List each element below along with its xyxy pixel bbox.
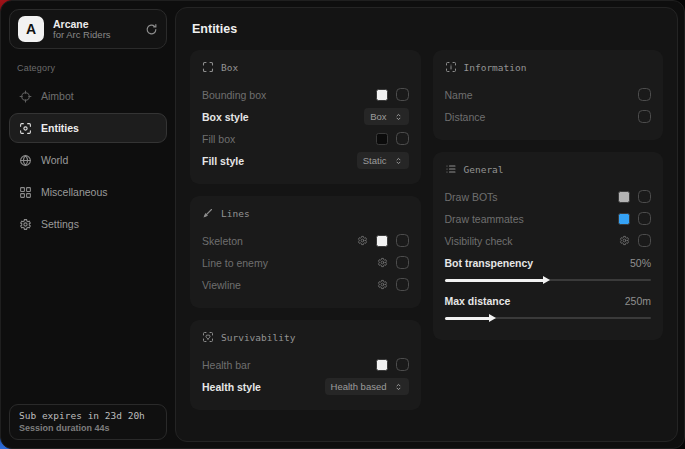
setting-label: Visibility check: [445, 235, 513, 247]
setting-label: Viewline: [202, 279, 241, 291]
dropdown-value: Health based: [331, 381, 387, 392]
panel-survivability: Survivability Health bar: [190, 320, 421, 410]
list-icon: [445, 163, 457, 175]
entities-scan-icon: [19, 122, 32, 135]
color-swatch[interactable]: [376, 133, 388, 145]
setting-label: Draw BOTs: [445, 191, 498, 203]
sidebar: A Arcane for Arc Riders Category: [1, 1, 175, 448]
setting-row-line-to-enemy: Line to enemy: [202, 252, 409, 273]
panel-title: Survivability: [221, 332, 295, 343]
category-label: Category: [17, 63, 167, 73]
sub-expiry-text: Sub expires in 23d 20h: [19, 410, 157, 421]
panel-title: General: [464, 164, 504, 175]
panel-information: Information Name Distance: [433, 50, 664, 140]
setting-row-health-bar: Health bar: [202, 354, 409, 375]
checkbox[interactable]: [638, 234, 651, 247]
info-scan-icon: [445, 61, 457, 73]
fill-style-dropdown[interactable]: Static: [357, 152, 409, 169]
row-gear-icon[interactable]: [377, 279, 388, 290]
left-column: Box Bounding box Box styl: [190, 50, 421, 410]
panel-title: Information: [464, 62, 527, 73]
session-duration-text: Session duration 44s: [19, 423, 157, 433]
line-icon: [202, 207, 214, 219]
checkbox[interactable]: [396, 88, 409, 101]
checkbox[interactable]: [396, 132, 409, 145]
sidebar-item-entities[interactable]: Entities: [9, 113, 167, 143]
overlay-window: A Arcane for Arc Riders Category: [0, 0, 685, 449]
setting-row-skeleton: Skeleton: [202, 230, 409, 251]
sidebar-item-label: Aimbot: [41, 90, 74, 102]
brackets-icon: [202, 61, 214, 73]
setting-row-viewline: Viewline: [202, 274, 409, 295]
sidebar-item-label: Settings: [41, 218, 79, 230]
modules-icon: [19, 186, 32, 199]
panel-general: General Draw BOTs Draw te: [433, 152, 664, 340]
color-swatch[interactable]: [376, 359, 388, 371]
setting-label: Bounding box: [202, 89, 266, 101]
slider-value: 250m: [625, 295, 651, 307]
row-gear-icon[interactable]: [619, 235, 630, 246]
checkbox[interactable]: [396, 278, 409, 291]
setting-row-max-distance: Max distance 250m: [445, 290, 652, 311]
checkbox[interactable]: [638, 212, 651, 225]
panel-title: Lines: [221, 208, 250, 219]
subscription-card: Sub expires in 23d 20h Session duration …: [9, 404, 167, 440]
checkbox[interactable]: [396, 358, 409, 371]
color-swatch[interactable]: [618, 191, 630, 203]
color-swatch[interactable]: [376, 89, 388, 101]
heart-scan-icon: [202, 331, 214, 343]
sidebar-nav: Aimbot Entities: [9, 81, 167, 239]
setting-label: Fill box: [202, 133, 235, 145]
checkbox[interactable]: [638, 88, 651, 101]
chevron-updown-icon: [394, 112, 403, 122]
sidebar-item-settings[interactable]: Settings: [9, 209, 167, 239]
color-swatch[interactable]: [618, 213, 630, 225]
brand-text: Arcane for Arc Riders: [53, 18, 136, 41]
app-subtitle: for Arc Riders: [53, 30, 136, 41]
box-style-dropdown[interactable]: Box: [364, 108, 408, 125]
crosshair-icon: [19, 90, 32, 103]
setting-label: Skeleton: [202, 235, 243, 247]
health-style-dropdown[interactable]: Health based: [325, 378, 409, 395]
checkbox[interactable]: [396, 234, 409, 247]
sidebar-item-miscellaneous[interactable]: Miscellaneous: [9, 177, 167, 207]
sync-icon[interactable]: [145, 23, 158, 36]
chevron-updown-icon: [394, 156, 403, 166]
main-content: Entities Box: [175, 7, 678, 442]
checkbox[interactable]: [638, 190, 651, 203]
sidebar-item-label: Entities: [41, 122, 79, 134]
row-gear-icon[interactable]: [357, 235, 368, 246]
page-title: Entities: [192, 22, 663, 36]
app-name: Arcane: [53, 18, 136, 30]
setting-row-draw-bots: Draw BOTs: [445, 186, 652, 207]
setting-label: Bot transpenency: [445, 257, 534, 269]
dropdown-value: Box: [370, 111, 386, 122]
panel-title: Box: [221, 62, 238, 73]
checkbox[interactable]: [396, 256, 409, 269]
setting-label: Name: [445, 89, 473, 101]
color-swatch[interactable]: [376, 235, 388, 247]
row-gear-icon[interactable]: [377, 257, 388, 268]
sidebar-item-world[interactable]: World: [9, 145, 167, 175]
sidebar-item-label: Miscellaneous: [41, 186, 108, 198]
setting-row-health-style: Health style Health based: [202, 376, 409, 397]
max-distance-slider[interactable]: [445, 313, 652, 323]
setting-row-distance: Distance: [445, 106, 652, 127]
setting-row-bounding-box: Bounding box: [202, 84, 409, 105]
sidebar-item-aimbot[interactable]: Aimbot: [9, 81, 167, 111]
setting-row-bot-transparency: Bot transpenency 50%: [445, 252, 652, 273]
checkbox[interactable]: [638, 110, 651, 123]
setting-label: Box style: [202, 111, 249, 123]
setting-label: Distance: [445, 111, 486, 123]
right-column: Information Name Distance: [433, 50, 664, 340]
setting-label: Max distance: [445, 295, 511, 307]
setting-row-name: Name: [445, 84, 652, 105]
setting-row-visibility-check: Visibility check: [445, 230, 652, 251]
setting-label: Fill style: [202, 155, 244, 167]
panel-box: Box Bounding box Box styl: [190, 50, 421, 184]
dropdown-value: Static: [363, 155, 387, 166]
setting-row-box-style: Box style Box: [202, 106, 409, 127]
setting-label: Health style: [202, 381, 261, 393]
panel-lines: Lines Skeleton: [190, 196, 421, 308]
bot-transparency-slider[interactable]: [445, 275, 652, 285]
